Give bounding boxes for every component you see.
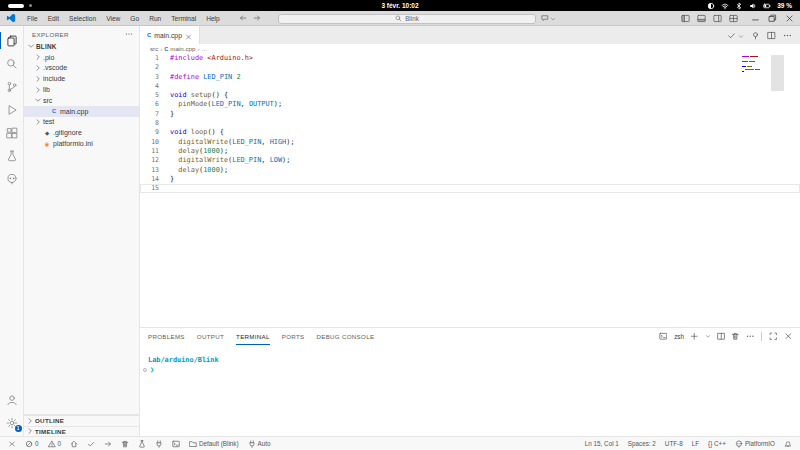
copilot-menu[interactable] <box>541 14 556 22</box>
toggle-panel-icon[interactable] <box>697 14 706 23</box>
breadcrumb-src[interactable]: src <box>150 45 158 52</box>
activity-explorer[interactable] <box>0 29 24 52</box>
menu-file[interactable]: File <box>22 15 43 22</box>
code-line-9[interactable]: 9void loop() { <box>140 128 800 137</box>
status-platformio[interactable]: PlatformIO <box>735 440 775 448</box>
code-line-12[interactable]: 12 digitalWrite(LED_PIN, LOW); <box>140 156 800 165</box>
minimap[interactable] <box>742 56 762 74</box>
os-system-tray[interactable]: 39 % <box>707 2 792 10</box>
menu-selection[interactable]: Selection <box>64 15 101 22</box>
command-center-search[interactable]: Blink <box>278 14 536 24</box>
nav-back-icon[interactable] <box>239 14 247 22</box>
code-line-5[interactable]: 5void setup() { <box>140 91 800 100</box>
tree-item-gitignore[interactable]: ◆.gitignore <box>24 127 139 138</box>
tree-item-test[interactable]: test <box>24 117 139 128</box>
menu-run[interactable]: Run <box>144 15 166 22</box>
status-encoding[interactable]: UTF-8 <box>665 440 683 447</box>
tree-item-vscode[interactable]: .vscode <box>24 63 139 74</box>
status-language-mode[interactable]: {} C++ <box>708 440 726 447</box>
split-editor-icon[interactable] <box>767 31 776 40</box>
menu-go[interactable]: Go <box>125 15 144 22</box>
panel-tab-ports[interactable]: PORTS <box>282 328 305 345</box>
panel-tab-terminal[interactable]: TERMINAL <box>236 328 270 345</box>
toggle-sidebar-icon[interactable] <box>681 14 690 23</box>
code-line-10[interactable]: 10 digitalWrite(LED_PIN, HIGH); <box>140 138 800 147</box>
terminal-launch-dropdown-icon[interactable] <box>705 332 711 341</box>
breadcrumb-file[interactable]: main.cpp <box>170 45 195 52</box>
status-pio-test[interactable] <box>138 440 146 448</box>
editor-more-actions-icon[interactable] <box>783 31 792 40</box>
tree-item-blink[interactable]: BLINK <box>24 41 139 52</box>
customize-layout-icon[interactable] <box>729 14 738 23</box>
status-notifications[interactable] <box>784 440 792 448</box>
tree-item-pio[interactable]: .pio <box>24 52 139 63</box>
panel-more-actions-icon[interactable] <box>746 332 755 341</box>
os-clock[interactable]: 3 févr. 10:02 <box>0 2 800 9</box>
code-line-7[interactable]: 7} <box>140 110 800 119</box>
status-pio-build[interactable] <box>87 440 95 448</box>
activity-source-control[interactable] <box>0 75 24 98</box>
terminal-profile-icon[interactable] <box>659 332 668 341</box>
code-line-4[interactable]: 4 <box>140 82 800 91</box>
panel-tab-problems[interactable]: PROBLEMS <box>148 328 185 345</box>
status-indentation[interactable]: Spaces: 2 <box>628 440 656 447</box>
editor-scrollbar[interactable] <box>771 55 784 91</box>
activity-accounts[interactable] <box>0 388 24 411</box>
menu-view[interactable]: View <box>101 15 125 22</box>
tree-item-include[interactable]: include <box>24 73 139 84</box>
status-remote-window[interactable] <box>8 440 16 448</box>
run-or-debug-icon[interactable] <box>751 31 760 40</box>
menu-terminal[interactable]: Terminal <box>166 15 201 22</box>
status-new-terminal[interactable] <box>172 440 180 448</box>
window-close-button[interactable] <box>785 14 794 23</box>
status-project-env[interactable]: Default (Blink) <box>189 440 239 448</box>
activity-testing[interactable] <box>0 144 24 167</box>
status-eol[interactable]: LF <box>692 440 699 447</box>
status-pio-upload[interactable] <box>104 440 112 448</box>
terminal-content[interactable]: Lab/arduino/Blink ❯ <box>140 345 800 436</box>
workspace-indicator-dot[interactable] <box>29 4 32 7</box>
split-terminal-icon[interactable] <box>717 332 726 341</box>
code-line-8[interactable]: 8 <box>140 119 800 128</box>
chevron-down-icon[interactable] <box>738 32 744 38</box>
status-cursor-position[interactable]: Ln 15, Col 1 <box>585 440 619 447</box>
code-editor[interactable]: 1#include <Arduino.h>23#define LED_PIN 2… <box>140 53 800 327</box>
tree-item-src[interactable]: src <box>24 95 139 106</box>
activity-settings[interactable]: 1 <box>0 411 24 434</box>
toggle-secondary-sidebar-icon[interactable] <box>713 14 722 23</box>
tab-close-icon[interactable] <box>185 32 192 39</box>
breadcrumb-symbol[interactable]: … <box>201 45 207 52</box>
status-errors[interactable]: 0 <box>25 440 39 448</box>
close-panel-icon[interactable] <box>784 332 793 341</box>
explorer-more-actions-icon[interactable] <box>125 30 133 38</box>
code-line-14[interactable]: 14} <box>140 175 800 184</box>
status-pio-clean[interactable] <box>121 440 129 448</box>
window-minimize-button[interactable] <box>751 14 760 23</box>
code-line-2[interactable]: 2 <box>140 63 800 72</box>
panel-tab-output[interactable]: OUTPUT <box>197 328 224 345</box>
window-restore-button[interactable] <box>768 14 777 23</box>
run-task-check-icon[interactable] <box>727 31 736 40</box>
code-line-6[interactable]: 6 pinMode(LED_PIN, OUTPUT); <box>140 100 800 109</box>
code-line-1[interactable]: 1#include <Arduino.h> <box>140 54 800 63</box>
activity-platformio[interactable] <box>0 167 24 190</box>
new-terminal-icon[interactable] <box>690 332 699 341</box>
tree-item-lib[interactable]: lib <box>24 84 139 95</box>
command-decoration-dot[interactable] <box>143 368 147 372</box>
code-line-15[interactable]: 15 <box>140 184 800 193</box>
status-warnings[interactable]: 0 <box>48 440 62 448</box>
menu-edit[interactable]: Edit <box>43 15 64 22</box>
code-line-13[interactable]: 13 delay(1000); <box>140 166 800 175</box>
workspace-indicator-pill[interactable] <box>8 4 24 8</box>
sidebar-section-outline[interactable]: OUTLINE <box>24 415 139 426</box>
menu-help[interactable]: Help <box>201 15 225 22</box>
tree-item-platformio-ini[interactable]: ◉platformio.ini <box>24 138 139 149</box>
sidebar-section-timeline[interactable]: TIMELINE <box>24 426 139 437</box>
kill-terminal-icon[interactable] <box>731 332 740 341</box>
panel-tab-debug-console[interactable]: DEBUG CONSOLE <box>316 328 374 345</box>
code-line-3[interactable]: 3#define LED_PIN 2 <box>140 73 800 82</box>
code-line-11[interactable]: 11 delay(1000); <box>140 147 800 156</box>
nav-forward-icon[interactable] <box>253 14 261 22</box>
tree-item-main-cpp[interactable]: Cmain.cpp <box>24 106 139 117</box>
shell-name[interactable]: zsh <box>674 333 684 340</box>
